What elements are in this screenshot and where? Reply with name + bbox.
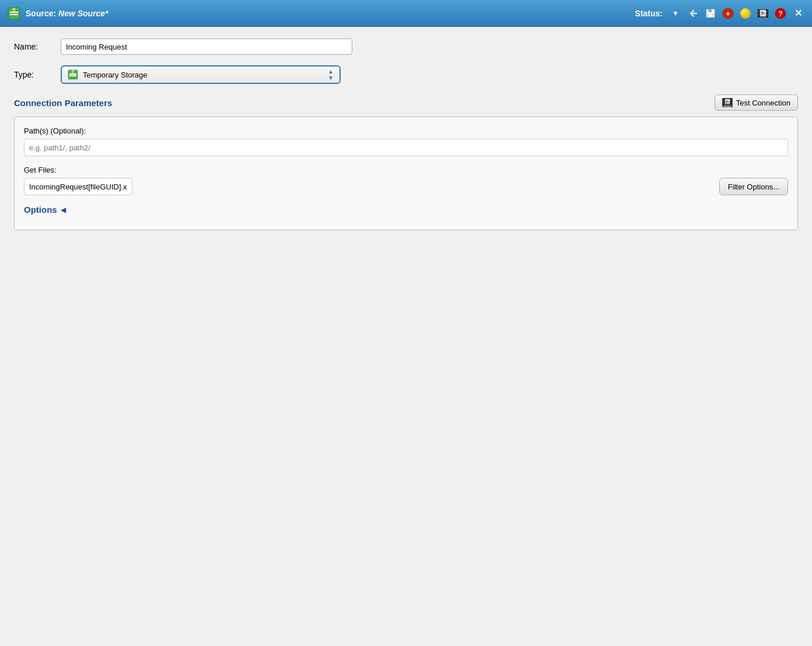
paths-row: Path(s) (Optional): <box>24 127 788 156</box>
titlebar: Source: New Source* Status: ▼ + <box>0 0 812 27</box>
film-button[interactable] <box>756 6 770 20</box>
app-icon <box>7 6 21 20</box>
get-files-input-row: Filter Options... <box>24 178 788 195</box>
name-label: Name: <box>14 42 61 51</box>
get-files-container <box>24 178 713 195</box>
svg-rect-1 <box>10 12 18 13</box>
svg-rect-23 <box>69 73 76 75</box>
toolbar-controls: ▼ + <box>668 6 805 20</box>
svg-rect-28 <box>723 99 724 100</box>
svg-rect-29 <box>723 101 724 103</box>
options-title: Options <box>24 205 57 215</box>
get-files-input[interactable] <box>24 178 132 195</box>
get-files-label: Get Files: <box>24 166 788 174</box>
svg-rect-16 <box>766 12 768 14</box>
svg-point-25 <box>72 71 74 73</box>
connection-params-title: Connection Parameters <box>14 98 112 108</box>
save-button[interactable] <box>704 6 718 20</box>
type-icon <box>68 69 78 80</box>
connection-params-header: Connection Parameters Test Connection <box>14 94 798 111</box>
test-connection-label: Test Connection <box>736 99 790 107</box>
status-circle <box>738 6 752 20</box>
back-button[interactable] <box>686 6 700 20</box>
type-row: Type: Temporary Storage ▲ ▼ <box>14 65 798 84</box>
get-files-row: Get Files: Filter Options... <box>24 166 788 195</box>
help-button[interactable]: ? <box>774 6 788 20</box>
test-connection-button[interactable]: Test Connection <box>715 94 798 111</box>
name-row: Name: <box>14 38 798 55</box>
name-input[interactable] <box>61 38 352 55</box>
svg-rect-32 <box>730 101 732 103</box>
svg-rect-30 <box>723 103 724 105</box>
type-value: Temporary Storage <box>83 71 323 79</box>
svg-rect-6 <box>708 9 712 12</box>
upload-button[interactable]: + <box>721 6 735 20</box>
svg-rect-15 <box>766 9 768 11</box>
svg-rect-17 <box>766 15 768 17</box>
svg-rect-2 <box>10 14 18 15</box>
svg-rect-13 <box>758 12 760 14</box>
svg-text:+: + <box>726 10 730 18</box>
test-connection-icon <box>722 98 733 107</box>
svg-rect-12 <box>758 9 760 11</box>
paths-label: Path(s) (Optional): <box>24 127 788 135</box>
close-button[interactable]: ✕ <box>791 6 805 20</box>
svg-rect-33 <box>730 103 732 105</box>
main-content: Name: Type: Temporary Storage ▲ ▼ <box>0 27 812 646</box>
paths-input[interactable] <box>24 139 788 156</box>
svg-rect-31 <box>730 99 732 100</box>
options-section[interactable]: Options ◀ <box>24 205 788 215</box>
svg-rect-8 <box>709 14 712 17</box>
status-label: Status: <box>635 9 663 18</box>
window-title: Source: New Source* <box>26 9 635 18</box>
status-dropdown[interactable]: ▼ <box>668 6 682 20</box>
type-label: Type: <box>14 70 61 79</box>
svg-rect-36 <box>724 106 731 107</box>
type-dropdown[interactable]: Temporary Storage ▲ ▼ <box>61 65 341 84</box>
connection-params-box: Path(s) (Optional): Get Files: Filter Op… <box>14 117 798 230</box>
svg-text:?: ? <box>778 9 783 18</box>
svg-rect-24 <box>69 75 76 76</box>
type-dropdown-arrows: ▲ ▼ <box>328 68 334 81</box>
svg-rect-14 <box>758 15 760 17</box>
filter-options-button[interactable]: Filter Options... <box>719 178 788 195</box>
options-collapse-arrow: ◀ <box>61 206 66 214</box>
